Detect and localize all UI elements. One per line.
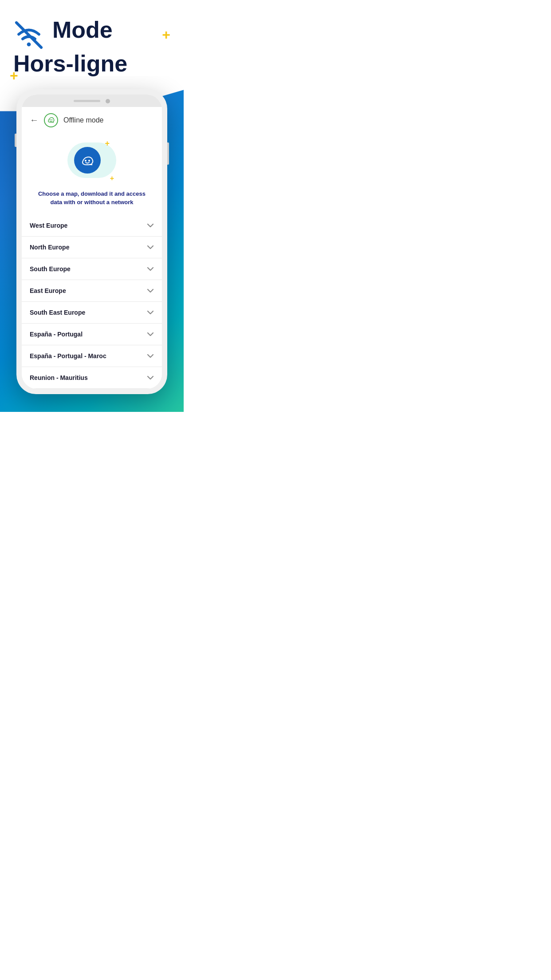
svg-point-5 (88, 160, 90, 162)
hero-icon-circle (74, 147, 101, 174)
map-region-item-7[interactable]: España - Portugal - Maroc (22, 345, 162, 367)
hero-icon-container: + + (72, 142, 112, 182)
map-region-chevron-2 (147, 244, 154, 251)
map-region-label-6: España - Portugal (30, 331, 83, 338)
map-regions-list: West EuropeNorth EuropeSouth EuropeEast … (22, 211, 162, 389)
svg-point-1 (27, 43, 31, 47)
phone-speaker (74, 100, 100, 102)
map-region-chevron-8 (147, 374, 154, 381)
map-region-item-2[interactable]: North Europe (22, 237, 162, 258)
map-region-item-3[interactable]: South Europe (22, 258, 162, 280)
hero-section: + + Choose a map, download it and access… (22, 134, 162, 211)
decoration-plus-left: + (10, 67, 18, 84)
map-region-label-3: South Europe (30, 265, 71, 273)
app-logo (44, 113, 58, 127)
app-screen-title: Offline mode (63, 116, 103, 124)
svg-point-4 (85, 160, 87, 162)
map-region-label-5: South East Europe (30, 309, 85, 316)
back-button[interactable]: ← (30, 115, 39, 125)
map-region-chevron-4 (147, 287, 154, 294)
map-region-chevron-7 (147, 352, 154, 360)
map-region-chevron-5 (147, 309, 154, 316)
decoration-plus-right: + (162, 27, 170, 43)
map-region-label-1: West Europe (30, 222, 67, 229)
map-region-item-1[interactable]: West Europe (22, 215, 162, 237)
map-region-item-6[interactable]: España - Portugal (22, 324, 162, 345)
app-header: ← Offline mode (22, 107, 162, 134)
phone-side-button-right (167, 142, 169, 165)
map-region-label-7: España - Portugal - Maroc (30, 352, 106, 360)
wifi-off-icon (13, 20, 44, 51)
map-region-chevron-6 (147, 331, 154, 338)
app-logo-symbol (47, 115, 55, 125)
map-region-item-5[interactable]: South East Europe (22, 302, 162, 324)
map-region-chevron-1 (147, 222, 154, 229)
phone-notch (22, 95, 162, 107)
phone-mockup: ← Offline mode (16, 89, 167, 394)
page-title-line2: Hors-ligne (13, 51, 170, 76)
svg-point-2 (50, 119, 51, 120)
map-region-chevron-3 (147, 265, 154, 273)
hero-plus-2: + (110, 174, 114, 182)
hero-description: Choose a map, download it and access dat… (30, 190, 154, 207)
map-region-label-4: East Europe (30, 287, 66, 294)
phone-camera (106, 99, 110, 103)
phone-side-button-left (15, 134, 16, 147)
map-region-label-2: North Europe (30, 244, 69, 251)
map-region-label-8: Reunion - Mauritius (30, 374, 88, 381)
map-region-item-8[interactable]: Reunion - Mauritius (22, 367, 162, 389)
hero-plus-1: + (105, 139, 110, 148)
map-region-item-4[interactable]: East Europe (22, 280, 162, 302)
page-title-line1: Mode (52, 18, 113, 42)
svg-point-3 (51, 119, 52, 120)
